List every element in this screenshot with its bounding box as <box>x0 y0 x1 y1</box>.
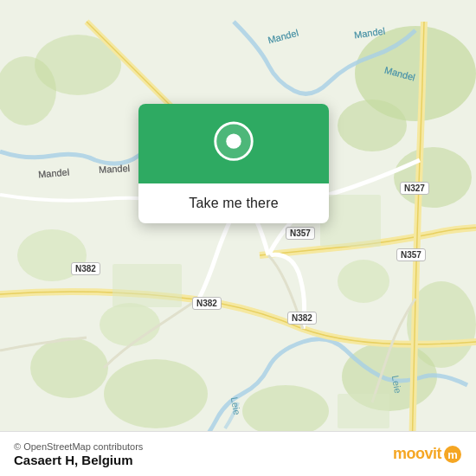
svg-point-2 <box>394 147 472 208</box>
svg-point-7 <box>242 385 329 437</box>
svg-point-6 <box>30 338 108 398</box>
road-label-n382-2: N382 <box>192 297 222 310</box>
popup-button-area: Take me there <box>138 183 329 223</box>
map-container: N327 N357 N357 N382 N382 N382 Mandel Man… <box>0 0 476 476</box>
take-me-there-button[interactable]: Take me there <box>189 196 278 211</box>
location-name: Casaert H, Belgium <box>14 453 143 467</box>
popup-green-header <box>138 104 329 183</box>
moovit-logo: moovit m <box>393 445 462 464</box>
svg-point-12 <box>100 303 160 346</box>
road-label-mandel-mid: Mandel <box>99 163 131 175</box>
road-label-n357-1: N357 <box>286 227 315 240</box>
location-pin-icon <box>213 121 254 170</box>
bottom-bar-left: © OpenStreetMap contributors Casaert H, … <box>14 441 143 467</box>
svg-point-5 <box>104 359 208 428</box>
popup-card: Take me there <box>138 104 329 223</box>
svg-point-11 <box>338 260 389 303</box>
svg-point-17 <box>226 133 241 148</box>
svg-rect-14 <box>320 195 381 247</box>
road-label-n327: N327 <box>400 182 429 195</box>
road-label-n357-2: N357 <box>396 248 426 261</box>
osm-credit: © OpenStreetMap contributors <box>14 441 143 452</box>
svg-rect-15 <box>338 394 389 428</box>
svg-rect-13 <box>113 264 182 307</box>
svg-text:m: m <box>447 448 458 461</box>
bottom-bar: © OpenStreetMap contributors Casaert H, … <box>0 431 476 476</box>
road-label-n382-1: N382 <box>71 262 100 275</box>
moovit-logo-icon: m <box>443 445 462 464</box>
moovit-text: moovit <box>393 445 441 463</box>
road-label-n382-3: N382 <box>287 312 317 325</box>
svg-point-1 <box>338 100 407 151</box>
